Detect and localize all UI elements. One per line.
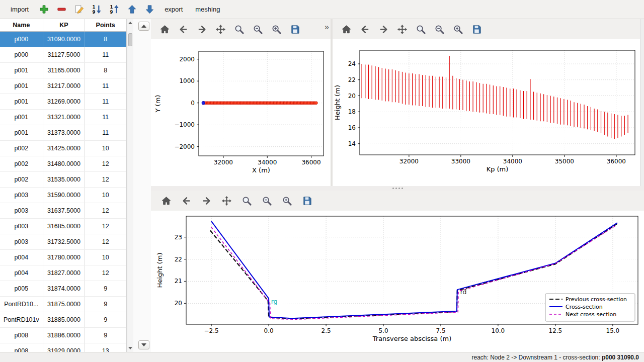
pan-icon (221, 196, 232, 206)
table-cell: 31480.0000 (43, 156, 86, 171)
pan-icon (397, 24, 408, 35)
sort-asc-icon: 19 (109, 4, 120, 15)
table-header: NameKPPoints (0, 19, 126, 32)
home-icon (159, 24, 170, 35)
home-button[interactable] (160, 195, 172, 207)
panel-scroll-down-button[interactable] (138, 340, 149, 349)
save-button[interactable] (289, 23, 301, 35)
pan-button[interactable] (220, 195, 232, 207)
scrollbar-down-arrow[interactable] (127, 345, 133, 351)
move-down-button[interactable] (143, 4, 155, 16)
column-header-name[interactable]: Name (0, 19, 43, 31)
column-header-kp[interactable]: KP (43, 19, 86, 31)
back-button[interactable] (359, 23, 371, 35)
forward-icon (197, 24, 207, 35)
scrollbar-thumb[interactable] (128, 33, 132, 46)
figures-area: » 320003400036000−2000−1000010002000X (m… (151, 19, 644, 352)
table-row[interactable]: p00131217.000011 (0, 78, 126, 94)
svg-text:21: 21 (175, 278, 182, 285)
panel-scroll-up-button[interactable] (138, 22, 149, 31)
move-up-button[interactable] (126, 4, 138, 16)
pan-button[interactable] (396, 23, 408, 35)
save-button[interactable] (301, 195, 313, 207)
table-row[interactable]: p00331590.000010 (0, 188, 126, 203)
status-bar: reach: Node 2 -> Downstream 1 - cross-se… (0, 352, 644, 362)
table-row[interactable]: p00331732.500012 (0, 234, 126, 250)
forward-button[interactable] (196, 23, 208, 35)
remove-cross-section-button[interactable] (55, 4, 67, 16)
table-row[interactable]: p00531874.00009 (0, 281, 126, 297)
longitudinal-profile-plot[interactable]: 3200033000340003500036000141618202224Kp … (333, 39, 640, 186)
svg-text:24: 24 (348, 60, 356, 67)
table-cell: p001 (0, 78, 43, 94)
table-scrollbar[interactable] (127, 19, 133, 352)
plan-view-toolbar: » (151, 19, 331, 39)
triangle-up-icon (141, 25, 146, 28)
home-button[interactable] (340, 23, 352, 35)
table-cell: p008 (0, 343, 43, 352)
meshing-button[interactable]: meshing (192, 4, 223, 15)
horizontal-splitter[interactable] (151, 186, 644, 191)
svg-text:Cross-section: Cross-section (566, 304, 603, 310)
zoom-button[interactable] (240, 195, 253, 207)
add-cross-section-button[interactable] (38, 4, 50, 16)
configure-subplots-button[interactable] (433, 23, 445, 35)
save-button[interactable] (470, 23, 482, 35)
table-cell: p001 (0, 125, 43, 140)
table-row[interactable]: p00831886.00009 (0, 328, 126, 343)
forward-button[interactable] (200, 195, 212, 207)
table-row[interactable]: p00231425.000010 (0, 141, 126, 156)
back-icon (360, 24, 370, 35)
import-button[interactable]: import (7, 4, 32, 15)
table-row[interactable]: p00431827.000012 (0, 265, 126, 281)
configure-subplots-button[interactable] (261, 195, 273, 207)
table-row[interactable]: p00131321.000011 (0, 110, 126, 125)
table-cell: 31875.0000 (43, 297, 86, 312)
table-row[interactable]: p00231535.000012 (0, 172, 126, 188)
table-row[interactable]: PontRD101v31885.00009 (0, 312, 126, 328)
table-row[interactable]: p00131269.000011 (0, 94, 126, 110)
table-cell: p005 (0, 281, 43, 296)
forward-button[interactable] (377, 23, 389, 35)
triangle-down-icon (141, 343, 146, 346)
right-scroll-strip[interactable] (640, 19, 644, 186)
scrollbar-up-arrow[interactable] (127, 20, 133, 26)
table-row[interactable]: PontRD10...31875.00009 (0, 297, 126, 312)
table-row[interactable]: p00031090.00008 (0, 32, 126, 47)
customize-button[interactable] (270, 23, 282, 35)
edit-cross-section-button[interactable] (73, 4, 85, 16)
svg-text:1: 1 (92, 5, 95, 10)
customize-button[interactable] (452, 23, 464, 35)
table-row[interactable]: p00831929.000013 (0, 343, 126, 352)
table-cell: 12 (85, 156, 126, 171)
svg-text:Y (m): Y (m) (154, 95, 162, 113)
back-button[interactable] (180, 195, 192, 207)
toolbar-overflow-chevron[interactable]: » (325, 23, 329, 32)
zoom-button[interactable] (233, 23, 245, 35)
table-row[interactable]: p00131165.00008 (0, 63, 126, 78)
svg-text:35000: 35000 (555, 158, 574, 165)
configure-subplots-button[interactable] (252, 23, 264, 35)
table-row[interactable]: p00431780.000010 (0, 250, 126, 265)
table-row[interactable]: p00131373.000011 (0, 125, 126, 141)
export-button[interactable]: export (161, 4, 186, 15)
customize-button[interactable] (281, 195, 293, 207)
svg-text:22: 22 (348, 76, 356, 83)
table-row[interactable]: p00231480.000012 (0, 156, 126, 172)
column-header-points[interactable]: Points (85, 19, 126, 31)
longitudinal-profile-figure: 3200033000340003500036000141618202224Kp … (333, 19, 640, 186)
pan-button[interactable] (214, 23, 226, 35)
sort-descending-button[interactable]: 19 (91, 4, 103, 16)
table-row[interactable]: p00331685.000012 (0, 219, 126, 234)
sort-ascending-button[interactable]: 19 (108, 4, 120, 16)
cross-section-plot[interactable]: −2.50.02.55.07.510.012.515.020212223Tran… (151, 211, 644, 352)
back-button[interactable] (177, 23, 189, 35)
table-row[interactable]: p00331637.500012 (0, 203, 126, 219)
svg-text:−1000: −1000 (174, 121, 195, 128)
plan-view-plot[interactable]: 320003400036000−2000−1000010002000X (m)Y… (151, 39, 331, 186)
table-row[interactable]: p00031127.500011 (0, 47, 126, 63)
table-cell: p001 (0, 63, 43, 78)
table-cell: PontRD10... (0, 297, 43, 312)
home-button[interactable] (158, 23, 171, 35)
zoom-button[interactable] (415, 23, 427, 35)
